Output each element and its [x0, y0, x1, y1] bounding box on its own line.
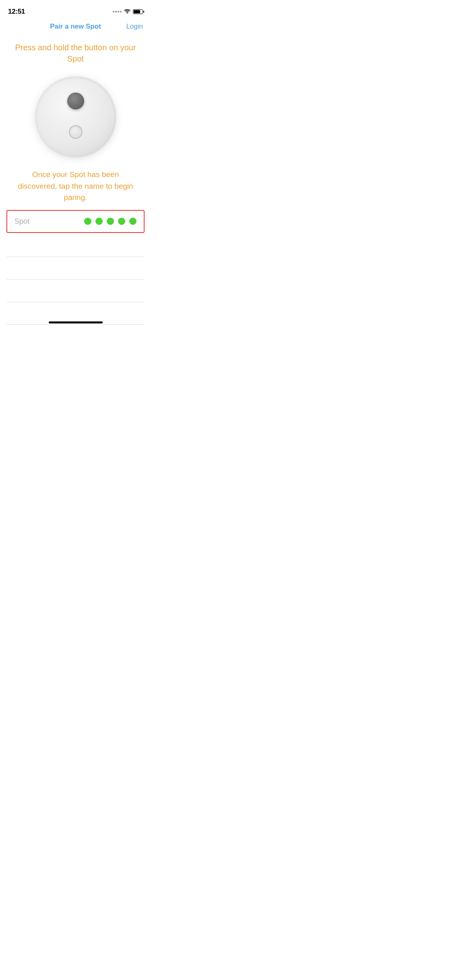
empty-rows: [0, 235, 151, 327]
status-icons: [113, 9, 143, 14]
signal-indicators: [84, 218, 137, 225]
spot-top-button: [67, 93, 84, 109]
home-indicator: [49, 321, 103, 323]
signal-strength-icon: [113, 11, 122, 12]
page-title: Pair a new Spot: [50, 23, 101, 31]
status-bar: 12:51: [0, 0, 151, 18]
battery-fill: [134, 10, 140, 13]
spot-bottom-button: [69, 125, 83, 139]
login-button[interactable]: Login: [126, 23, 143, 31]
spot-item-name: Spot: [14, 217, 29, 226]
empty-row-3: [6, 280, 145, 302]
signal-dot-5: [129, 218, 137, 225]
spot-device: [35, 76, 116, 157]
empty-row-1: [6, 235, 145, 257]
nav-bar: Pair a new Spot Login: [0, 18, 151, 34]
battery-icon: [133, 9, 143, 14]
device-illustration: [0, 68, 151, 161]
spot-list: Spot: [0, 210, 151, 327]
empty-row-5: [6, 325, 145, 327]
spot-list-item-highlighted[interactable]: Spot: [6, 210, 145, 233]
signal-dot-1: [84, 218, 91, 225]
signal-dot-3: [107, 218, 114, 225]
instruction-text: Press and hold the button on your Spot: [0, 34, 151, 68]
status-time: 12:51: [8, 8, 25, 16]
empty-row-2: [6, 257, 145, 280]
signal-dot-4: [118, 218, 125, 225]
wifi-icon: [124, 9, 130, 14]
signal-dot-2: [95, 218, 103, 225]
discovery-text: Once your Spot has been discovered, tap …: [0, 161, 151, 210]
